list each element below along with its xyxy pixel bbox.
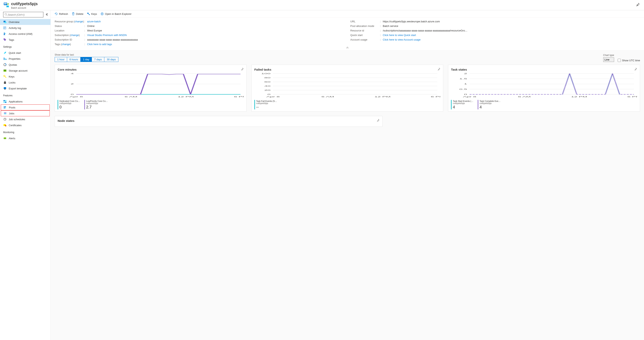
pin-card-button[interactable] — [634, 68, 637, 71]
core-minutes-card: Core minutes 024Apr 86 AM12 PM6 PM Dedic… — [55, 65, 247, 112]
sidebar-section-features: Features — [0, 92, 50, 98]
svg-text:60: 60 — [264, 81, 270, 83]
sidebar-item-pools[interactable]: Pools — [1, 104, 50, 110]
resource-group-link[interactable]: azure-batch — [87, 20, 101, 23]
card-title: Core minutes — [58, 68, 76, 71]
sidebar-item-overview[interactable]: Overview — [0, 19, 50, 25]
core-minutes-chart[interactable]: 024Apr 86 AM12 PM6 PM — [58, 73, 244, 98]
sidebar-item-tags[interactable]: Tags — [0, 37, 50, 43]
delete-icon — [72, 12, 75, 15]
delete-label: Delete — [76, 12, 84, 15]
sidebar-item-job-schedules[interactable]: Job schedules — [0, 116, 50, 122]
sidebar-top-group: Overview Activity log Access control (IA… — [0, 18, 50, 43]
pin-icon[interactable] — [635, 1, 641, 8]
delete-button[interactable]: Delete — [72, 12, 84, 15]
change-subscription-link[interactable]: change — [70, 34, 79, 36]
subscription-link[interactable]: Visual Studio Premium with MSDN — [87, 34, 127, 36]
collapse-sidebar-button[interactable] — [44, 12, 49, 17]
svg-text:0: 0 — [71, 93, 74, 95]
overview-icon — [3, 20, 7, 24]
sidebar-item-access-control[interactable]: Access control (IAM) — [0, 31, 50, 37]
add-tags-link[interactable]: Click here to add tags — [87, 43, 112, 46]
task-states-chart[interactable]: 00.511.52Apr 86 AM12 PM6 PM — [451, 73, 637, 98]
collapse-essentials-button[interactable] — [51, 46, 644, 50]
page-header: cutifypets5pjs Batch account — [0, 0, 644, 10]
card-title: Node states — [58, 119, 74, 122]
svg-text:1.5: 1.5 — [460, 78, 467, 80]
refresh-button[interactable]: Refresh — [55, 12, 68, 15]
ess-url: URL : https://cutifypets5pjs.westeurope.… — [350, 19, 640, 24]
search-input[interactable] — [3, 12, 43, 17]
sidebar-item-certificates[interactable]: Certificates — [0, 122, 50, 128]
ess-resource-group: Resource group (change) : azure-batch — [55, 19, 344, 24]
sidebar-item-applications[interactable]: Applications — [0, 98, 50, 104]
pin-card-button[interactable] — [376, 119, 380, 123]
card-title: Failed tasks — [254, 68, 272, 71]
utc-label: Show UTC time — [622, 59, 640, 62]
account-usage-link[interactable]: Click here to view Account usage — [383, 38, 421, 41]
legend-color-bar — [254, 100, 255, 109]
svg-text:12 PM: 12 PM — [374, 96, 390, 98]
sidebar-item-jobs[interactable]: Jobs — [1, 110, 50, 116]
sidebar-item-quotas[interactable]: Quotas — [0, 62, 50, 68]
pin-card-button[interactable] — [437, 68, 440, 71]
sidebar-item-label: Locks — [9, 81, 16, 84]
sidebar-item-locks[interactable]: Locks — [0, 79, 50, 85]
svg-text:2: 2 — [464, 73, 467, 74]
sidebar-item-label: Jobs — [9, 112, 14, 115]
sidebar-item-activity-log[interactable]: Activity log — [0, 25, 50, 31]
search-field[interactable] — [8, 13, 42, 16]
ess-pool-mode: Pool allocation mode : Batch service — [350, 24, 640, 28]
time-range-option[interactable]: 30 days — [104, 57, 118, 62]
legend-title: LowPriority Core Cou... — [86, 100, 108, 102]
sidebar-item-export-template[interactable]: Export template — [0, 85, 50, 91]
sidebar-item-alerts[interactable]: Alerts — [0, 135, 50, 141]
change-tags-link[interactable]: change — [62, 43, 70, 46]
batch-account-icon — [3, 1, 10, 8]
svg-rect-39 — [4, 114, 6, 114]
sidebar-item-label: Applications — [9, 100, 22, 103]
sidebar-item-properties[interactable]: Properties — [0, 56, 50, 62]
legend-title: Task Complete Events... — [480, 100, 501, 102]
sidebar-settings-group: Quick start Properties Quotas Storage ac… — [0, 49, 50, 92]
time-range-option[interactable]: 1 hour — [55, 57, 67, 62]
applications-icon — [3, 100, 7, 103]
legend-value: 0 — [60, 105, 81, 109]
open-batch-explorer-button[interactable]: Open in Batch Explorer — [100, 12, 132, 15]
change-resource-group-link[interactable]: change — [74, 20, 83, 23]
sidebar-item-keys[interactable]: Keys — [0, 74, 50, 79]
sidebar-item-label: Quotas — [9, 63, 17, 66]
time-range-option[interactable]: 7 days — [92, 57, 104, 62]
time-range-option[interactable]: 1 day — [80, 57, 92, 62]
utc-checkbox[interactable]: Show UTC time — [618, 59, 640, 62]
svg-text:6 PM: 6 PM — [234, 96, 244, 98]
utc-checkbox-input[interactable] — [618, 59, 621, 62]
legend-value: 4 — [480, 105, 501, 109]
chart-type-select[interactable]: Line — [603, 57, 614, 62]
subscription-id-value: aaaaaaaa-aaaa-aaaa-aaaaa-aaaaaaaaaaaa — [87, 38, 138, 41]
open-external-icon — [100, 12, 104, 15]
key-icon — [87, 12, 90, 15]
open-explorer-label: Open in Batch Explorer — [105, 12, 132, 15]
keys-button[interactable]: Keys — [87, 12, 97, 15]
svg-rect-26 — [4, 82, 6, 84]
pools-icon — [3, 106, 7, 109]
sidebar-item-quick-start[interactable]: Quick start — [0, 50, 50, 56]
sidebar-item-storage-account[interactable]: Storage account — [0, 68, 50, 74]
time-range-option[interactable]: 6 hours — [67, 57, 80, 62]
legend-title: Task Fail Events (Sum) — [256, 100, 278, 102]
quick-start-link[interactable]: Click here to view Quick start — [383, 34, 416, 36]
page-title: cutifypets5pjs — [11, 1, 38, 6]
main-content: Refresh Delete Keys Open in Batch Explor… — [51, 10, 644, 340]
failed-tasks-chart[interactable]: 020406080100Apr 86 AM12 PM6 PM — [254, 73, 440, 98]
pin-card-button[interactable] — [240, 68, 244, 71]
legend-color-bar — [451, 100, 452, 109]
sidebar-item-label: Tags — [9, 38, 14, 41]
failed-tasks-card: Failed tasks 020406080100Apr 86 AM12 PM6… — [252, 65, 444, 112]
legend-value: 4 — [453, 105, 474, 109]
sidebar-item-label: Storage account — [9, 69, 28, 72]
jobs-icon — [3, 112, 7, 115]
svg-rect-5 — [7, 6, 8, 6]
ess-resource-id: Resource id : /subscriptions/aaaaaaaa-aa… — [350, 28, 640, 33]
properties-icon — [3, 57, 7, 60]
